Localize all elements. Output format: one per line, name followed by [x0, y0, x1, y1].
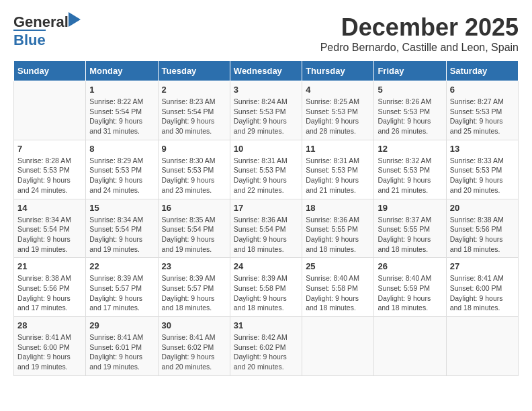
table-row: 18Sunrise: 8:36 AM Sunset: 5:55 PM Dayli…	[302, 199, 374, 258]
table-row: 26Sunrise: 8:40 AM Sunset: 5:59 PM Dayli…	[374, 258, 446, 317]
day-number: 21	[17, 261, 82, 271]
day-number: 23	[162, 261, 226, 271]
day-number: 4	[306, 85, 370, 95]
table-row: 16Sunrise: 8:35 AM Sunset: 5:54 PM Dayli…	[158, 199, 230, 258]
table-row: 20Sunrise: 8:38 AM Sunset: 5:56 PM Dayli…	[446, 199, 518, 258]
table-row: 14Sunrise: 8:34 AM Sunset: 5:54 PM Dayli…	[14, 199, 86, 258]
logo-blue: Blue	[13, 30, 46, 49]
table-row: 6Sunrise: 8:27 AM Sunset: 5:53 PM Daylig…	[446, 81, 518, 140]
header-saturday: Saturday	[446, 61, 518, 81]
day-info: Sunrise: 8:28 AM Sunset: 5:53 PM Dayligh…	[17, 156, 82, 195]
calendar-week-row: 1Sunrise: 8:22 AM Sunset: 5:54 PM Daylig…	[14, 81, 519, 140]
table-row: 21Sunrise: 8:38 AM Sunset: 5:56 PM Dayli…	[14, 258, 86, 317]
calendar-header-row: Sunday Monday Tuesday Wednesday Thursday…	[14, 61, 519, 81]
day-info: Sunrise: 8:30 AM Sunset: 5:53 PM Dayligh…	[162, 156, 226, 195]
calendar-week-row: 14Sunrise: 8:34 AM Sunset: 5:54 PM Dayli…	[14, 199, 519, 258]
day-info: Sunrise: 8:31 AM Sunset: 5:53 PM Dayligh…	[234, 156, 298, 195]
day-info: Sunrise: 8:39 AM Sunset: 5:57 PM Dayligh…	[162, 273, 226, 313]
day-number: 2	[162, 85, 226, 95]
day-info: Sunrise: 8:35 AM Sunset: 5:54 PM Dayligh…	[162, 215, 226, 255]
table-row: 22Sunrise: 8:39 AM Sunset: 5:57 PM Dayli…	[86, 258, 158, 317]
day-info: Sunrise: 8:34 AM Sunset: 5:54 PM Dayligh…	[89, 215, 154, 255]
header-monday: Monday	[86, 61, 158, 81]
table-row	[374, 317, 446, 376]
day-info: Sunrise: 8:41 AM Sunset: 6:00 PM Dayligh…	[17, 332, 82, 372]
day-number: 20	[450, 203, 515, 213]
day-number: 18	[306, 203, 370, 213]
table-row: 12Sunrise: 8:32 AM Sunset: 5:53 PM Dayli…	[374, 140, 446, 199]
day-info: Sunrise: 8:36 AM Sunset: 5:54 PM Dayligh…	[234, 215, 298, 255]
calendar-table: Sunday Monday Tuesday Wednesday Thursday…	[13, 60, 519, 376]
table-row	[446, 317, 518, 376]
header-thursday: Thursday	[302, 61, 374, 81]
day-number: 12	[378, 144, 442, 154]
table-row: 15Sunrise: 8:34 AM Sunset: 5:54 PM Dayli…	[86, 199, 158, 258]
day-info: Sunrise: 8:41 AM Sunset: 6:02 PM Dayligh…	[162, 332, 226, 372]
day-info: Sunrise: 8:25 AM Sunset: 5:53 PM Dayligh…	[306, 97, 370, 136]
table-row: 8Sunrise: 8:29 AM Sunset: 5:53 PM Daylig…	[86, 140, 158, 199]
day-number: 10	[234, 144, 298, 154]
day-number: 11	[306, 144, 370, 154]
day-number: 15	[89, 203, 154, 213]
table-row: 11Sunrise: 8:31 AM Sunset: 5:53 PM Dayli…	[302, 140, 374, 199]
day-info: Sunrise: 8:29 AM Sunset: 5:53 PM Dayligh…	[89, 156, 154, 195]
day-number: 16	[162, 203, 226, 213]
header-wednesday: Wednesday	[230, 61, 302, 81]
calendar-week-row: 7Sunrise: 8:28 AM Sunset: 5:53 PM Daylig…	[14, 140, 519, 199]
day-info: Sunrise: 8:36 AM Sunset: 5:55 PM Dayligh…	[306, 215, 370, 255]
table-row: 2Sunrise: 8:23 AM Sunset: 5:54 PM Daylig…	[158, 81, 230, 140]
day-number: 24	[234, 261, 298, 271]
table-row: 19Sunrise: 8:37 AM Sunset: 5:55 PM Dayli…	[374, 199, 446, 258]
day-info: Sunrise: 8:40 AM Sunset: 5:59 PM Dayligh…	[378, 273, 442, 313]
day-number: 13	[450, 144, 515, 154]
table-row: 17Sunrise: 8:36 AM Sunset: 5:54 PM Dayli…	[230, 199, 302, 258]
table-row: 29Sunrise: 8:41 AM Sunset: 6:01 PM Dayli…	[86, 317, 158, 376]
table-row	[14, 81, 86, 140]
logo: General Blue	[13, 13, 69, 49]
day-number: 27	[450, 261, 515, 271]
table-row: 1Sunrise: 8:22 AM Sunset: 5:54 PM Daylig…	[86, 81, 158, 140]
day-number: 6	[450, 85, 515, 95]
table-row: 25Sunrise: 8:40 AM Sunset: 5:58 PM Dayli…	[302, 258, 374, 317]
svg-marker-0	[69, 12, 81, 27]
day-info: Sunrise: 8:40 AM Sunset: 5:58 PM Dayligh…	[306, 273, 370, 313]
header-tuesday: Tuesday	[158, 61, 230, 81]
day-info: Sunrise: 8:26 AM Sunset: 5:53 PM Dayligh…	[378, 97, 442, 136]
day-info: Sunrise: 8:34 AM Sunset: 5:54 PM Dayligh…	[17, 215, 82, 255]
table-row: 27Sunrise: 8:41 AM Sunset: 6:00 PM Dayli…	[446, 258, 518, 317]
day-number: 19	[378, 203, 442, 213]
day-number: 31	[234, 320, 298, 330]
day-number: 28	[17, 320, 82, 330]
page-title: December 2025	[320, 13, 519, 42]
logo-arrow-icon	[69, 12, 81, 27]
logo-general: General	[13, 13, 69, 30]
calendar-week-row: 28Sunrise: 8:41 AM Sunset: 6:00 PM Dayli…	[14, 317, 519, 376]
day-info: Sunrise: 8:27 AM Sunset: 5:53 PM Dayligh…	[450, 97, 515, 136]
header-sunday: Sunday	[14, 61, 86, 81]
table-row: 9Sunrise: 8:30 AM Sunset: 5:53 PM Daylig…	[158, 140, 230, 199]
day-info: Sunrise: 8:23 AM Sunset: 5:54 PM Dayligh…	[162, 97, 226, 136]
day-info: Sunrise: 8:22 AM Sunset: 5:54 PM Dayligh…	[89, 97, 154, 136]
day-number: 29	[89, 320, 154, 330]
day-number: 25	[306, 261, 370, 271]
day-info: Sunrise: 8:37 AM Sunset: 5:55 PM Dayligh…	[378, 215, 442, 255]
day-info: Sunrise: 8:38 AM Sunset: 5:56 PM Dayligh…	[450, 215, 515, 255]
day-info: Sunrise: 8:38 AM Sunset: 5:56 PM Dayligh…	[17, 273, 82, 313]
calendar-week-row: 21Sunrise: 8:38 AM Sunset: 5:56 PM Dayli…	[14, 258, 519, 317]
day-info: Sunrise: 8:31 AM Sunset: 5:53 PM Dayligh…	[306, 156, 370, 195]
day-info: Sunrise: 8:42 AM Sunset: 6:02 PM Dayligh…	[234, 332, 298, 372]
day-info: Sunrise: 8:39 AM Sunset: 5:57 PM Dayligh…	[89, 273, 154, 313]
day-number: 5	[378, 85, 442, 95]
day-number: 9	[162, 144, 226, 154]
day-number: 17	[234, 203, 298, 213]
day-number: 22	[89, 261, 154, 271]
table-row: 31Sunrise: 8:42 AM Sunset: 6:02 PM Dayli…	[230, 317, 302, 376]
table-row: 5Sunrise: 8:26 AM Sunset: 5:53 PM Daylig…	[374, 81, 446, 140]
page-subtitle: Pedro Bernardo, Castille and Leon, Spain	[320, 42, 519, 54]
table-row: 3Sunrise: 8:24 AM Sunset: 5:53 PM Daylig…	[230, 81, 302, 140]
day-info: Sunrise: 8:41 AM Sunset: 6:00 PM Dayligh…	[450, 273, 515, 313]
day-info: Sunrise: 8:24 AM Sunset: 5:53 PM Dayligh…	[234, 97, 298, 136]
table-row: 28Sunrise: 8:41 AM Sunset: 6:00 PM Dayli…	[14, 317, 86, 376]
day-number: 8	[89, 144, 154, 154]
day-info: Sunrise: 8:33 AM Sunset: 5:53 PM Dayligh…	[450, 156, 515, 195]
